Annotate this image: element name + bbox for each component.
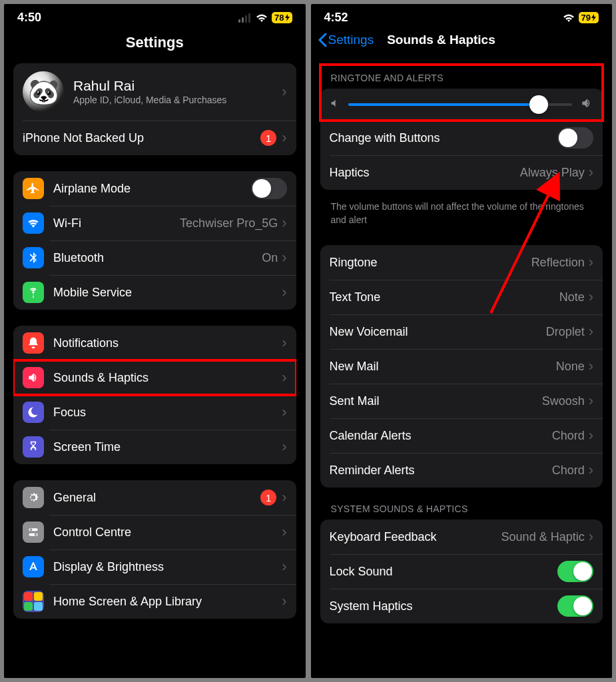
- wifi-value: Techwiser Pro_5G: [180, 216, 278, 230]
- gear-icon: [23, 487, 44, 508]
- battery-indicator: 79: [579, 12, 599, 23]
- connectivity-group: Airplane Mode Wi-Fi Techwiser Pro_5G › B…: [13, 171, 296, 310]
- chevron-right-icon: ›: [589, 254, 593, 271]
- chevron-right-icon: ›: [282, 489, 286, 506]
- ringtone-header-label: RINGTONE AND ALERTS: [320, 57, 603, 89]
- status-time: 4:52: [324, 11, 348, 25]
- change-with-buttons-row[interactable]: Change with Buttons: [320, 121, 603, 155]
- wifi-icon: [256, 13, 268, 23]
- lock-sound-row[interactable]: Lock Sound: [320, 554, 603, 589]
- chevron-right-icon: ›: [589, 358, 593, 375]
- general-row[interactable]: General 1 ›: [13, 480, 296, 515]
- focus-label: Focus: [53, 406, 282, 420]
- hourglass-icon: [23, 436, 44, 458]
- profile-subtitle: Apple ID, iCloud, Media & Purchases: [73, 94, 282, 106]
- notifications-row[interactable]: Notifications ›: [13, 326, 296, 360]
- wifi-label: Wi-Fi: [53, 216, 180, 230]
- keyboard-feedback-row[interactable]: Keyboard Feedback Sound & Haptic ›: [320, 519, 603, 554]
- system-header-label: SYSTEM SOUNDS & HAPTICS: [320, 504, 603, 519]
- nav-header: Settings Sounds & Haptics: [311, 29, 613, 57]
- chevron-right-icon: ›: [282, 249, 286, 266]
- haptics-value: Always Play: [520, 166, 585, 180]
- speaker-high-icon: [580, 97, 593, 113]
- chevron-right-icon: ›: [282, 369, 286, 386]
- volume-footer-text: The volume buttons will not affect the v…: [320, 195, 603, 226]
- back-button[interactable]: Settings: [318, 33, 374, 47]
- home-label: Home Screen & App Library: [53, 595, 282, 609]
- bluetooth-label: Bluetooth: [53, 251, 262, 265]
- chevron-right-icon: ›: [589, 528, 593, 545]
- volume-slider-row[interactable]: [320, 89, 603, 121]
- lock-sound-toggle[interactable]: [557, 561, 593, 582]
- control-label: Control Centre: [53, 525, 282, 539]
- voicemail-row[interactable]: New Voicemail Droplet ›: [320, 314, 603, 349]
- text-tone-row[interactable]: Text Tone Note ›: [320, 280, 603, 314]
- sounds-haptics-row[interactable]: Sounds & Haptics ›: [13, 360, 296, 395]
- chevron-right-icon: ›: [282, 214, 286, 232]
- avatar: 🐼: [23, 71, 64, 113]
- system-haptics-row[interactable]: System Haptics: [320, 589, 603, 623]
- reminder-alerts-row[interactable]: Reminder Alerts Chord ›: [320, 453, 603, 488]
- chevron-right-icon: ›: [282, 523, 286, 541]
- speaker-icon: [23, 367, 44, 388]
- apple-id-row[interactable]: 🐼 Rahul Rai Apple ID, iCloud, Media & Pu…: [13, 63, 296, 121]
- chevron-right-icon: ›: [282, 334, 286, 352]
- sent-mail-row[interactable]: Sent Mail Swoosh ›: [320, 384, 603, 418]
- wifi-row[interactable]: Wi-Fi Techwiser Pro_5G ›: [13, 206, 296, 240]
- app-grid-icon: [23, 591, 44, 612]
- general-group: General 1 › Control Centre › Display & B…: [13, 480, 296, 619]
- system-haptics-toggle[interactable]: [557, 595, 593, 617]
- status-bar: 4:50 78: [4, 4, 306, 29]
- airplane-mode-row[interactable]: Airplane Mode: [13, 171, 296, 206]
- bell-icon: [23, 332, 44, 354]
- mobile-service-row[interactable]: Mobile Service ›: [13, 275, 296, 310]
- chevron-right-icon: ›: [282, 593, 286, 610]
- display-row[interactable]: Display & Brightness ›: [13, 549, 296, 584]
- page-header: Settings: [4, 29, 306, 63]
- sound-list-group: Ringtone Reflection › Text Tone Note › N…: [320, 245, 603, 488]
- backup-label: iPhone Not Backed Up: [23, 131, 260, 145]
- chevron-right-icon: ›: [589, 323, 593, 340]
- chevron-right-icon: ›: [589, 288, 593, 306]
- chevron-right-icon: ›: [589, 392, 593, 410]
- change-buttons-toggle[interactable]: [557, 127, 593, 149]
- ringtone-row[interactable]: Ringtone Reflection ›: [320, 245, 603, 280]
- bluetooth-row[interactable]: Bluetooth On ›: [13, 240, 296, 275]
- profile-name: Rahul Rai: [73, 78, 282, 94]
- home-screen-row[interactable]: Home Screen & App Library ›: [13, 584, 296, 619]
- chevron-right-icon: ›: [282, 284, 286, 301]
- ringtone-alerts-group: [320, 89, 603, 121]
- back-label: Settings: [328, 33, 374, 47]
- sounds-label: Sounds & Haptics: [53, 371, 282, 385]
- system-sounds-group: Keyboard Feedback Sound & Haptic › Lock …: [320, 519, 603, 623]
- focus-row[interactable]: Focus ›: [13, 395, 296, 430]
- change-buttons-label: Change with Buttons: [330, 131, 558, 145]
- switches-icon: [23, 521, 44, 543]
- notifications-group: Notifications › Sounds & Haptics › Focus…: [13, 326, 296, 464]
- svg-point-3: [35, 533, 37, 535]
- calendar-alerts-row[interactable]: Calendar Alerts Chord ›: [320, 418, 603, 453]
- chevron-right-icon: ›: [282, 558, 286, 575]
- status-bar: 4:52 79: [311, 4, 613, 29]
- screen-time-row[interactable]: Screen Time ›: [13, 430, 296, 464]
- new-mail-row[interactable]: New Mail None ›: [320, 349, 603, 384]
- nav-title: Sounds & Haptics: [387, 33, 495, 47]
- haptics-label: Haptics: [330, 166, 520, 180]
- haptics-row[interactable]: Haptics Always Play ›: [320, 155, 603, 190]
- chevron-right-icon: ›: [282, 83, 286, 101]
- airplane-icon: [23, 178, 44, 199]
- bluetooth-value: On: [262, 251, 278, 265]
- chevron-right-icon: ›: [589, 164, 593, 181]
- svg-point-2: [30, 529, 32, 531]
- airplane-label: Airplane Mode: [53, 182, 251, 196]
- settings-main-screen: 4:50 78 Settings 🐼 Rahul Rai Apple ID, i…: [4, 4, 306, 678]
- chevron-right-icon: ›: [282, 129, 286, 147]
- display-label: Display & Brightness: [53, 560, 282, 574]
- control-centre-row[interactable]: Control Centre ›: [13, 515, 296, 549]
- backup-warning-row[interactable]: iPhone Not Backed Up 1 ›: [13, 121, 296, 155]
- airplane-toggle[interactable]: [251, 178, 287, 199]
- change-haptics-group: Change with Buttons Haptics Always Play …: [320, 121, 603, 190]
- screentime-label: Screen Time: [53, 440, 282, 454]
- bluetooth-icon: [23, 247, 44, 268]
- volume-slider[interactable]: [348, 103, 573, 106]
